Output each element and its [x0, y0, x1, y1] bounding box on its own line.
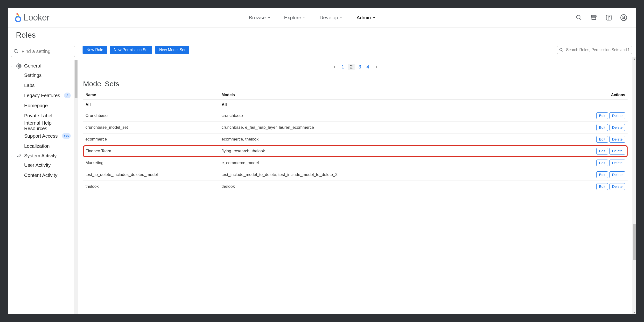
help-icon[interactable] [605, 14, 612, 21]
svg-point-9 [623, 16, 625, 17]
cell-models: crunchbase [219, 110, 592, 122]
scrollbar-thumb[interactable] [633, 224, 636, 260]
nav-develop[interactable]: Develop [320, 15, 343, 20]
cell-models: crunchbase, e_faa_map_layer, lauren_ecom… [219, 122, 592, 134]
table-row[interactable]: CrunchbasecrunchbaseEditDelete [83, 110, 628, 122]
cell-actions [592, 100, 628, 110]
pager-page-2[interactable]: 2 [348, 64, 354, 70]
cell-actions: EditDelete [592, 157, 628, 169]
delete-button[interactable]: Delete [610, 124, 625, 131]
sidebar-item-private-label[interactable]: Private Label [24, 111, 74, 121]
cell-actions: EditDelete [592, 110, 628, 122]
section-title-model-sets: Model Sets [83, 80, 628, 88]
svg-point-10 [14, 49, 18, 52]
global-search-icon[interactable] [575, 14, 583, 21]
sidebar-item-label: Internal Help Resources [24, 120, 71, 131]
sidebar-section-general[interactable]: General [9, 62, 74, 70]
pager-page-4[interactable]: 4 [365, 64, 370, 70]
cell-models: All [219, 100, 592, 110]
sidebar-search-input[interactable] [10, 46, 75, 57]
sidebar-item-legacy-features[interactable]: Legacy Features2 [24, 90, 74, 101]
table-row[interactable]: thelookthelookEditDelete [83, 181, 628, 192]
cell-name: Finance Team [83, 145, 219, 157]
edit-button[interactable]: Edit [596, 160, 608, 166]
nav-admin[interactable]: Admin [356, 15, 376, 20]
toolbar-search [557, 46, 632, 54]
table-row[interactable]: ecommerceecommerce, thelookEditDelete [83, 134, 628, 145]
edit-button[interactable]: Edit [596, 136, 608, 143]
sidebar-search [10, 46, 75, 57]
svg-point-1 [18, 14, 19, 16]
pager-next[interactable] [373, 65, 380, 69]
edit-button[interactable]: Edit [596, 148, 608, 155]
svg-point-0 [16, 13, 18, 15]
user-avatar-icon[interactable] [620, 14, 628, 21]
nav-browse[interactable]: Browse [249, 15, 270, 20]
delete-button[interactable]: Delete [610, 136, 625, 143]
sidebar-item-support-access[interactable]: Support AccessOn [24, 131, 74, 141]
sidebar-item-homepage[interactable]: Homepage [24, 101, 74, 111]
nav-explore[interactable]: Explore [284, 15, 306, 20]
nav-label: Explore [284, 15, 301, 20]
delete-button[interactable]: Delete [610, 171, 625, 178]
brand-logo[interactable]: Looker [15, 12, 50, 23]
sidebar-item-content-activity[interactable]: Content Activity [24, 170, 74, 180]
sidebar-item-label: Labs [24, 83, 34, 88]
cell-actions: EditDelete [592, 145, 628, 157]
top-nav-right [575, 14, 628, 21]
marketplace-icon[interactable] [590, 14, 598, 21]
sidebar-section-system-activity[interactable]: System Activity [9, 152, 74, 160]
sidebar-item-user-activity[interactable]: User Activity [24, 160, 74, 170]
table-row[interactable]: test_to_delete_includes_deleted_modeltes… [83, 169, 628, 181]
pagination: 1234 [83, 64, 628, 70]
svg-point-4 [576, 15, 580, 19]
table-row[interactable]: crunchbase_model_setcrunchbase, e_faa_ma… [83, 122, 628, 134]
edit-button[interactable]: Edit [596, 112, 608, 119]
cell-name: Marketing [83, 157, 219, 169]
sidebar-item-localization[interactable]: Localization [24, 141, 74, 151]
pager-page-1[interactable]: 1 [340, 64, 346, 70]
main-scrollbar[interactable]: ▲ ▼ [632, 57, 636, 314]
main-panel: New Role New Permission Set New Model Se… [78, 43, 636, 314]
table-row[interactable]: Marketinge_commerce_modelEditDelete [83, 157, 628, 169]
svg-point-7 [608, 18, 609, 19]
column-header-name[interactable]: Name [83, 90, 219, 100]
scroll-up-arrow[interactable]: ▲ [632, 57, 636, 61]
edit-button[interactable]: Edit [596, 183, 608, 190]
sidebar-item-label: Localization [24, 144, 50, 149]
delete-button[interactable]: Delete [610, 183, 625, 190]
edit-button[interactable]: Edit [596, 124, 608, 131]
sidebar-item-internal-help-resources[interactable]: Internal Help Resources [24, 121, 74, 131]
section-label: System Activity [24, 153, 56, 159]
scrollbar-thumb[interactable] [74, 60, 78, 98]
page-title: Roles [16, 31, 36, 39]
chevron-down-icon [267, 16, 270, 19]
main-content: 1234 Model Sets Name Models Actions AllA… [78, 57, 632, 314]
toolbar: New Role New Permission Set New Model Se… [78, 43, 636, 57]
delete-button[interactable]: Delete [610, 160, 625, 166]
pager-page-3[interactable]: 3 [357, 64, 362, 70]
toolbar-search-input[interactable] [557, 46, 632, 54]
new-role-button[interactable]: New Role [82, 46, 107, 54]
sidebar-item-labs[interactable]: Labs [24, 80, 74, 90]
top-nav: Looker BrowseExploreDevelopAdmin [8, 8, 636, 27]
chevron-down-icon [340, 16, 343, 19]
sidebar-item-settings[interactable]: Settings [24, 70, 74, 80]
svg-point-13 [560, 48, 562, 51]
scroll-down-arrow[interactable]: ▼ [632, 311, 636, 314]
edit-button[interactable]: Edit [596, 171, 608, 178]
nav-label: Admin [356, 15, 371, 20]
sidebar-item-label: User Activity [24, 162, 51, 168]
delete-button[interactable]: Delete [610, 112, 625, 119]
column-header-models[interactable]: Models [219, 90, 592, 100]
new-permission-set-button[interactable]: New Permission Set [110, 46, 152, 54]
table-row[interactable]: Finance Teamflying_research, thelookEdit… [83, 145, 628, 157]
section-label: General [24, 63, 41, 69]
new-model-set-button[interactable]: New Model Set [155, 46, 189, 54]
sidebar-scrollbar[interactable] [74, 60, 78, 314]
delete-button[interactable]: Delete [610, 148, 625, 155]
pager-prev[interactable] [331, 65, 338, 69]
brand-name: Looker [24, 12, 50, 23]
table-row-all[interactable]: AllAll [83, 100, 628, 110]
chevron-down-icon [303, 16, 306, 19]
